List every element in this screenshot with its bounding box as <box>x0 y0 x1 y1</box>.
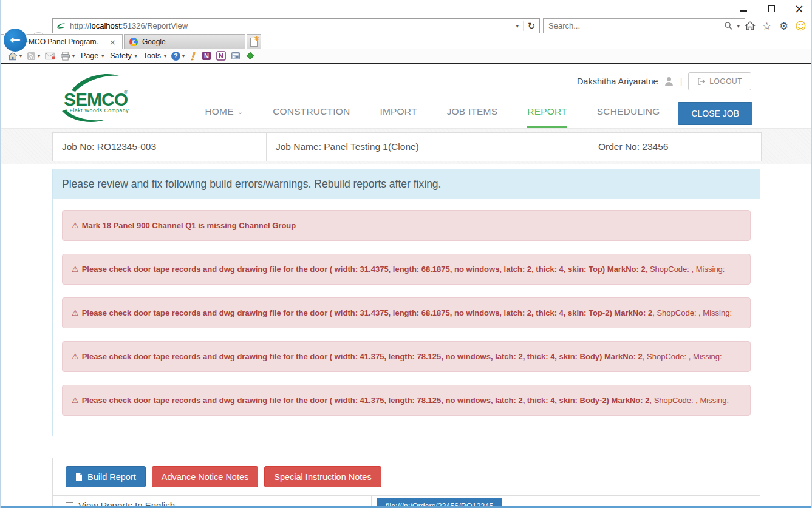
help-button[interactable]: ? ▾ <box>169 52 187 61</box>
account-area: Dakshitha Ariyaratne | LOGOUT <box>577 71 751 92</box>
main-nav: HOME ⌄ CONSTRUCTION IMPORT JOB ITEMS REP… <box>205 102 752 128</box>
build-report-label: Build Report <box>87 472 136 482</box>
app-header: SEMCO ® A Fläkt Woods Company Dakshitha … <box>1 64 811 128</box>
tab-google[interactable]: Google <box>124 34 245 49</box>
logo-text: SEMCO <box>64 89 128 109</box>
print-button[interactable]: ▾ <box>58 52 77 61</box>
close-job-button[interactable]: CLOSE JOB <box>678 102 752 125</box>
error-text-tail: , ShopCode: , Missing: <box>643 352 722 361</box>
job-no-cell: Job No: RO12345-003 <box>53 133 266 161</box>
feeds-button[interactable]: ▾ <box>24 52 43 61</box>
order-no-cell: Order No: 23456 <box>589 133 761 161</box>
warning-icon: ⚠ <box>72 265 79 274</box>
tools-menu-label: Tools <box>142 51 162 61</box>
settings-gear-icon[interactable]: ⚙ <box>776 19 791 33</box>
back-button[interactable]: ← <box>4 29 27 52</box>
error-text: Please check door tape records and dwg d… <box>82 352 643 361</box>
url-path: :51326/ReportView <box>121 21 188 30</box>
error-text: Please check door tape records and dwg d… <box>82 396 650 405</box>
search-input[interactable] <box>544 21 723 30</box>
report-actions-panel: Build Report Advance Notice Notes Specia… <box>52 458 760 507</box>
nav-item-home[interactable]: HOME ⌄ <box>205 106 243 128</box>
advance-notice-notes-button[interactable]: Advance Notice Notes <box>152 466 258 487</box>
build-error-alert: ⚠Please check door tape records and dwg … <box>62 341 751 372</box>
nav-construction-label: CONSTRUCTION <box>273 106 350 117</box>
print-dropdown-icon: ▾ <box>72 53 75 59</box>
error-text-tail: , ShopCode: , Missing: <box>649 396 729 405</box>
user-name: Dakshitha Ariyaratne <box>577 76 658 86</box>
url-dropdown-icon[interactable]: ▾ <box>511 23 523 29</box>
nav-item-scheduling[interactable]: SCHEDULING <box>597 106 660 128</box>
logo-tagline: A Fläkt Woods Company <box>64 107 129 113</box>
build-report-button[interactable]: Build Report <box>66 466 146 487</box>
svg-text:N: N <box>204 52 209 59</box>
nav-item-construction[interactable]: CONSTRUCTION <box>273 106 350 128</box>
warning-icon: ⚠ <box>72 352 79 361</box>
build-errors-list: ⚠Mark 18 Panel 900 Channel Q1 is missing… <box>53 199 760 416</box>
tab-close-icon[interactable]: × <box>108 38 117 47</box>
command-bar: ▾ ▾ ▾ Page ▾ Safety ▾ Tools ▾ ? ▾ <box>1 49 811 63</box>
nav-item-import[interactable]: IMPORT <box>380 106 417 128</box>
semco-logo: SEMCO ® A Fläkt Woods Company <box>61 71 135 122</box>
report-file-link[interactable]: file:///p:/Orders/23456/RO12345 <box>377 498 502 507</box>
read-mail-button[interactable] <box>43 52 58 60</box>
home-page-button[interactable]: ▾ <box>5 52 24 61</box>
build-errors-banner: Please review and fix following build er… <box>53 169 760 199</box>
home-dropdown-icon: ▾ <box>19 53 22 59</box>
app-page: SEMCO ® A Fläkt Woods Company Dakshitha … <box>1 64 811 508</box>
error-text: Please check door tape records and dwg d… <box>82 265 646 274</box>
page-menu[interactable]: Page ▾ <box>77 51 106 61</box>
help-dropdown-icon: ▾ <box>182 53 185 59</box>
addon-diamond-button[interactable] <box>243 51 258 61</box>
special-instruction-notes-button[interactable]: Special Instruction Notes <box>264 466 381 487</box>
logout-label: LOGOUT <box>709 77 742 86</box>
warning-icon: ⚠ <box>72 396 79 405</box>
refresh-icon[interactable]: ↻ <box>524 21 539 32</box>
address-bar-row: ← → http://localhost:51326/ReportView ▾ … <box>1 17 811 34</box>
build-error-alert: ⚠Please check door tape records and dwg … <box>62 254 751 285</box>
addon-pen-button[interactable] <box>187 51 199 61</box>
advance-notice-notes-label: Advance Notice Notes <box>162 472 248 482</box>
help-icon: ? <box>171 52 180 61</box>
chevron-down-icon: ⌄ <box>237 108 243 116</box>
logout-button[interactable]: LOGOUT <box>688 72 751 90</box>
nav-report-label: REPORT <box>527 106 567 117</box>
home-button[interactable] <box>742 19 757 33</box>
build-error-alert: ⚠Please check door tape records and dwg … <box>62 297 751 328</box>
build-error-alert: ⚠Mark 18 Panel 900 Channel Q1 is missing… <box>62 210 751 241</box>
search-box: ▾ <box>543 18 745 33</box>
url-bar[interactable]: http://localhost:51326/ReportView ▾ ↻ <box>52 18 540 33</box>
favorites-star-icon[interactable]: ☆ <box>759 19 774 33</box>
account-divider: | <box>680 76 683 86</box>
new-tab-button[interactable]: ✱ <box>247 34 261 49</box>
close-button[interactable]: × <box>793 3 805 14</box>
search-icon[interactable] <box>723 21 734 30</box>
page-menu-label: Page <box>80 51 100 61</box>
nav-scheduling-label: SCHEDULING <box>597 106 660 117</box>
minimize-button[interactable] <box>737 3 749 14</box>
onenote-linked-notes-button[interactable]: N <box>214 51 228 61</box>
nav-home-label: HOME <box>205 106 233 117</box>
tools-menu[interactable]: Tools ▾ <box>140 51 169 61</box>
maximize-button[interactable] <box>765 3 777 14</box>
addon-tool-button[interactable] <box>228 51 243 61</box>
close-icon: × <box>794 3 804 15</box>
error-text-tail: , ShopCode: , Missing: <box>652 308 732 317</box>
special-instruction-notes-label: Special Instruction Notes <box>274 472 371 482</box>
close-job-label: CLOSE JOB <box>691 109 739 118</box>
svg-text:N: N <box>219 52 223 59</box>
user-icon <box>664 77 674 86</box>
safety-menu-dropdown-icon: ▾ <box>135 53 137 59</box>
feedback-smiley-icon[interactable]: ☺ <box>793 19 808 33</box>
safety-menu[interactable]: Safety ▾ <box>106 51 139 61</box>
nav-item-report[interactable]: REPORT <box>527 106 567 128</box>
new-tab-icon: ✱ <box>250 38 258 47</box>
maximize-icon <box>768 5 775 12</box>
nav-item-job-items[interactable]: JOB ITEMS <box>447 106 498 128</box>
site-favicon-icon <box>56 21 66 30</box>
back-arrow-icon: ← <box>10 33 21 47</box>
warning-icon: ⚠ <box>72 221 79 230</box>
browser-window: × ← → http://localhost:51326/ReportView … <box>0 0 812 508</box>
send-to-onenote-button[interactable]: N <box>199 51 214 61</box>
error-text-tail: , ShopCode: , Missing: <box>646 265 725 274</box>
